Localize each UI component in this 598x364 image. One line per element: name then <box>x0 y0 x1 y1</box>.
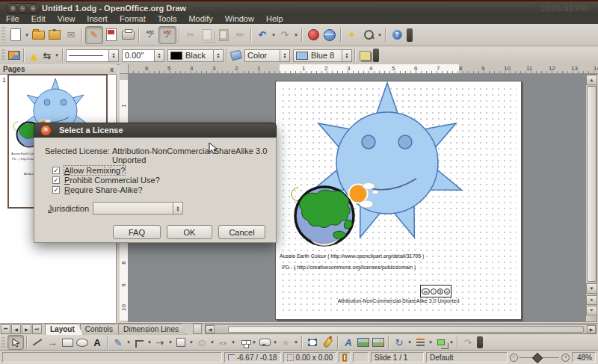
vertical-scrollbar[interactable]: ▲ ▼ ⏶ ⏷ <box>585 74 597 322</box>
symbol-shapes-button[interactable]: ☺ <box>194 336 209 349</box>
arrange-dropdown-icon[interactable]: ▾ <box>449 339 454 345</box>
arrange-button[interactable] <box>434 336 449 349</box>
hyperlink-button[interactable] <box>321 27 338 43</box>
rectangle-tool-button[interactable] <box>60 336 75 349</box>
block-arrows-button[interactable]: ⇔ <box>215 336 230 349</box>
export-pdf-button[interactable] <box>103 27 120 43</box>
signature-field[interactable] <box>353 352 369 363</box>
ok-button[interactable]: OK <box>167 225 212 239</box>
edit-file-button[interactable]: ✎ <box>85 26 103 44</box>
connector-tool-button[interactable] <box>132 336 147 349</box>
line-style-select[interactable] <box>66 49 109 62</box>
tab-controls[interactable]: Controls <box>80 324 121 335</box>
fill-button[interactable] <box>229 48 243 63</box>
toolbar-overflow-button[interactable] <box>373 49 379 62</box>
format-paintbrush-button[interactable]: ✎ <box>232 27 248 43</box>
close-window-icon[interactable]: × <box>9 4 17 13</box>
glue-points-button[interactable] <box>320 336 335 349</box>
new-document-dropdown-icon[interactable]: ▾ <box>24 32 30 38</box>
last-page-nav-icon[interactable]: ⏭ <box>32 324 42 334</box>
allow-remixing-row[interactable]: ✓ Allow Remixing? <box>52 166 125 175</box>
allow-remixing-checkbox[interactable]: ✓ <box>52 167 60 174</box>
require-sharealike-row[interactable]: ✓ Require Share-Alike? <box>52 185 143 194</box>
zoom-dropdown-icon[interactable]: ▾ <box>377 32 383 38</box>
fill-color-spinner[interactable]: ▲▼ <box>342 49 352 62</box>
line-color-select[interactable]: Black <box>167 49 214 62</box>
undo-button[interactable]: ↶ <box>254 27 271 43</box>
object-size-field[interactable]: 0.00 x 0.00 <box>283 352 336 363</box>
lines-arrows-button[interactable]: ⇢ <box>152 336 167 349</box>
text-tool-button[interactable]: A <box>90 336 105 349</box>
previous-page-icon[interactable]: ⏶ <box>586 295 597 305</box>
license-caption-text[interactable]: Attribution-NonCommercial-ShareAlike 3.0… <box>276 298 521 303</box>
menu-view[interactable]: View <box>52 14 81 24</box>
basic-shapes-dropdown-icon[interactable]: ▾ <box>188 339 194 345</box>
cursor-position-field[interactable]: -6.67 / -0.18 <box>224 352 281 363</box>
menu-help[interactable]: Help <box>260 14 289 24</box>
open-button[interactable] <box>30 27 46 43</box>
menu-tools[interactable]: Tools <box>152 14 183 24</box>
toolbar-grip[interactable] <box>1 337 5 348</box>
rotate-button[interactable]: ↻ <box>392 336 407 349</box>
auto-spellcheck-button[interactable]: ABC✓ <box>158 26 176 44</box>
scroll-right-icon[interactable]: ▶ <box>587 325 596 333</box>
select-tool-button[interactable] <box>7 335 24 350</box>
gallery-button-2[interactable] <box>371 336 386 349</box>
horizontal-scrollbar[interactable]: ◀ ▶ <box>205 324 597 334</box>
line-style-spinner[interactable]: ▲▼ <box>109 49 119 62</box>
scroll-left-icon[interactable]: ◀ <box>206 325 215 333</box>
menu-window[interactable]: Window <box>219 14 260 24</box>
lines-arrows-dropdown-icon[interactable]: ▾ <box>167 339 173 345</box>
tab-layout[interactable]: Layout <box>45 324 83 335</box>
edit-points-button[interactable] <box>305 336 320 349</box>
interaction-button[interactable]: ↷ <box>460 336 475 349</box>
moon-shape[interactable] <box>292 188 298 201</box>
curve-dropdown-icon[interactable]: ▾ <box>126 339 132 345</box>
line-tool-button[interactable] <box>30 336 45 349</box>
zoom-button[interactable] <box>360 27 377 43</box>
redo-button[interactable]: ↷ <box>277 27 293 43</box>
shadow-button[interactable] <box>358 48 372 63</box>
stars-dropdown-icon[interactable]: ▾ <box>293 339 299 345</box>
toolbar-grip[interactable] <box>1 27 5 42</box>
flowchart-button[interactable] <box>236 336 251 349</box>
arrow-style-dropdown-icon[interactable]: ▾ <box>54 52 60 58</box>
line-color-spinner[interactable]: ▲▼ <box>214 49 224 62</box>
gallery-button[interactable] <box>305 27 321 43</box>
zoom-slider[interactable]: − + <box>510 352 570 363</box>
dialog-close-icon[interactable]: ✕ <box>40 125 52 136</box>
print-button[interactable] <box>120 27 136 43</box>
zoom-slider-thumb[interactable] <box>532 353 543 363</box>
arrow-tool-button[interactable]: → <box>45 336 60 349</box>
page-style-field[interactable]: Default <box>426 352 508 363</box>
arrow-tip-button[interactable] <box>27 48 40 63</box>
menu-insert[interactable]: Insert <box>81 14 114 24</box>
require-sharealike-checkbox[interactable]: ✓ <box>52 186 60 194</box>
menu-modify[interactable]: Modify <box>182 14 218 24</box>
basic-shapes-button[interactable] <box>173 336 188 349</box>
drawing-page[interactable]: Aussie Earth Colour ( http://www.opencli… <box>275 81 522 320</box>
jurisdiction-spinner[interactable]: ▲▼ <box>173 202 183 215</box>
stars-button[interactable]: ★ <box>278 336 293 349</box>
new-document-button[interactable] <box>7 27 24 43</box>
zoom-out-icon[interactable]: − <box>510 354 518 362</box>
block-arrows-dropdown-icon[interactable]: ▾ <box>230 339 236 345</box>
flowchart-dropdown-icon[interactable]: ▾ <box>251 339 257 345</box>
tab-dimension-lines[interactable]: Dimension Lines <box>118 324 187 335</box>
credit-text-1[interactable]: Aussie Earth Colour ( http://www.opencli… <box>280 253 424 259</box>
undo-dropdown-icon[interactable]: ▾ <box>271 32 277 38</box>
pages-panel-close-icon[interactable]: x <box>110 66 114 73</box>
menu-edit[interactable]: Edit <box>25 14 52 24</box>
zoom-percent-field[interactable]: 48% <box>572 352 596 363</box>
scroll-down-icon[interactable]: ▼ <box>586 283 597 294</box>
spellcheck-button[interactable]: ABC✓ <box>142 27 158 43</box>
cut-button[interactable]: ✂ <box>182 27 199 43</box>
minimize-window-icon[interactable]: − <box>19 4 27 13</box>
menu-file[interactable]: File <box>0 14 25 24</box>
styles-button[interactable] <box>7 48 21 63</box>
previous-page-nav-icon[interactable]: ◀ <box>11 324 21 334</box>
zoom-in-icon[interactable]: + <box>561 354 570 362</box>
insert-picture-button[interactable] <box>356 336 371 349</box>
allow-remixing-label[interactable]: Allow Remixing? <box>64 166 125 175</box>
symbol-shapes-dropdown-icon[interactable]: ▾ <box>209 339 215 345</box>
